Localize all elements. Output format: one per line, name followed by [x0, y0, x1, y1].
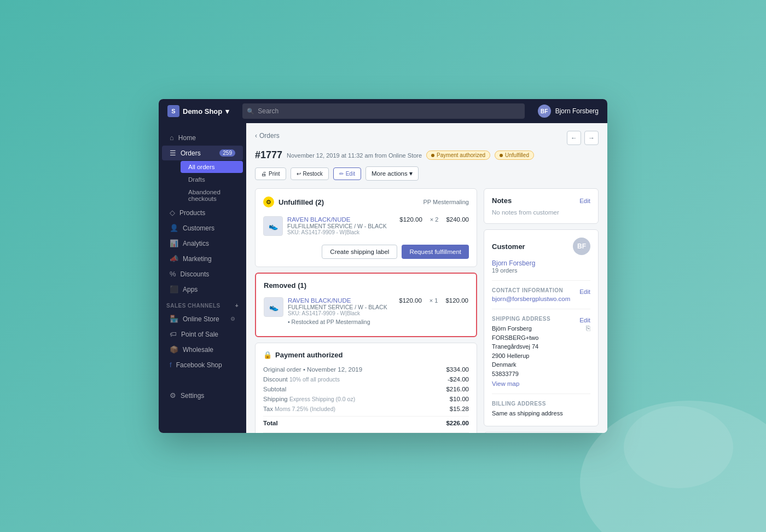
- sidebar-item-apps[interactable]: ⬛ Apps: [162, 282, 243, 297]
- customer-avatar-initials: BF: [577, 242, 586, 250]
- orders-submenu: All orders Drafts Abandoned checkouts: [159, 161, 246, 205]
- sidebar-item-online-store[interactable]: 🏪 Online Store ⚙: [162, 311, 243, 326]
- search-icon: 🔍: [247, 108, 254, 115]
- removed-qty: × 1: [430, 297, 438, 304]
- online-store-icon: 🏪: [170, 315, 178, 323]
- sidebar-item-analytics[interactable]: 📊 Analytics: [162, 236, 243, 251]
- shop-icon: S: [167, 105, 179, 117]
- order-date: November 12, 2019 at 11:32 am from Onlin…: [287, 152, 422, 159]
- shipping-section-title: SHIPPING ADDRESS: [492, 316, 550, 322]
- shop-name-label: Demo Shop: [183, 107, 222, 115]
- unfulfilled-total: $240.00: [446, 216, 469, 223]
- bg-decoration-2: [624, 406, 733, 488]
- discount-label: Discount 10% off all products: [263, 376, 340, 383]
- next-order-button[interactable]: →: [584, 131, 599, 145]
- shipping-label: Shipping Express Shipping (0.0 oz): [263, 396, 355, 402]
- total-label: Total: [263, 420, 278, 426]
- add-channel-icon[interactable]: +: [235, 303, 239, 309]
- abandoned-label: Abandoned checkouts: [188, 189, 220, 202]
- shop-selector[interactable]: S Demo Shop ▾: [167, 105, 229, 117]
- sidebar-item-wholesale[interactable]: 📦 Wholesale: [162, 342, 243, 357]
- removed-price-col: $120.00 × 1 $120.00: [399, 297, 468, 304]
- facebook-label: Facebook Shop: [176, 361, 222, 369]
- sidebar-item-drafts[interactable]: Drafts: [181, 174, 243, 186]
- unfulfilled-product-name[interactable]: RAVEN BLACK/NUDE: [287, 216, 395, 223]
- content-inner: ‹ Orders ← → #1777 November 12, 2019 at …: [246, 123, 607, 433]
- view-map-link[interactable]: View map: [492, 380, 590, 387]
- print-button[interactable]: 🖨 Print: [255, 167, 286, 180]
- payment-total-row: Total $226.00: [263, 416, 469, 428]
- payment-shipping-row: Shipping Express Shipping (0.0 oz) $10.0…: [263, 394, 469, 404]
- unfulfilled-title: Unfulfilled (2): [278, 198, 324, 206]
- products-label: Products: [179, 209, 205, 217]
- contact-edit-link[interactable]: Edit: [579, 288, 590, 295]
- analytics-icon: 📊: [170, 239, 178, 247]
- create-shipping-label-button[interactable]: Create shipping label: [322, 245, 397, 259]
- drafts-label: Drafts: [188, 176, 205, 183]
- unfulfilled-unit-price: $120.00: [399, 216, 422, 223]
- payment-icon: 🔒: [263, 351, 272, 359]
- fulfillment-actions: Create shipping label Request fulfillmen…: [263, 245, 469, 259]
- edit-label: Edit: [346, 171, 355, 177]
- sidebar-item-products[interactable]: ◇ Products: [162, 205, 243, 220]
- payment-status-badge: Payment authorized: [426, 151, 490, 160]
- side-column: Notes Edit No notes from customer Custom…: [484, 188, 599, 433]
- breadcrumb-parent-link[interactable]: Orders: [259, 132, 280, 140]
- billing-section-title: BILLING ADDRESS: [492, 401, 590, 407]
- removed-unit-price: $120.00: [399, 297, 422, 304]
- online-store-settings-icon[interactable]: ⚙: [230, 316, 235, 322]
- user-name: Bjorn Forsberg: [555, 107, 599, 115]
- address-line2: Tranegårdsvej 74: [492, 343, 538, 350]
- sidebar-item-marketing[interactable]: 📣 Marketing: [162, 251, 243, 266]
- sidebar-item-pos[interactable]: 🏷 Point of Sale: [162, 327, 243, 342]
- removed-product-name[interactable]: RAVEN BLACK/NUDE: [288, 297, 394, 304]
- shipping-address-text: Björn Forsberg FORSBERG+two Tranegårdsve…: [492, 324, 538, 378]
- payment-dot: [431, 154, 434, 157]
- sidebar-item-customers[interactable]: 👤 Customers: [162, 221, 243, 235]
- notes-edit-link[interactable]: Edit: [579, 198, 590, 204]
- tax-amount: $15.28: [450, 406, 469, 412]
- apps-label: Apps: [183, 286, 198, 293]
- removed-product-sku: SKU: AS1417-9909 - W|Black: [288, 310, 394, 316]
- unfulfilled-title-row: ⚙ Unfulfilled (2): [263, 196, 324, 207]
- search-input[interactable]: [242, 103, 524, 119]
- request-fulfillment-button[interactable]: Request fulfillment: [402, 245, 469, 259]
- sidebar-item-facebook[interactable]: f Facebook Shop: [162, 357, 243, 372]
- discount-amount: -$24.00: [448, 376, 469, 383]
- orders-icon: ☰: [170, 149, 176, 157]
- removed-product-info: RAVEN BLACK/NUDE FULFILLMENT SERVICE / W…: [288, 297, 394, 325]
- original-amount: $334.00: [446, 366, 469, 373]
- edit-button[interactable]: ✏ Edit: [333, 167, 361, 180]
- sidebar-item-discounts[interactable]: % Discounts: [162, 267, 243, 281]
- original-date: • November 12, 2019: [303, 366, 362, 373]
- products-icon: ◇: [170, 209, 175, 217]
- tax-detail: Moms 7.25% (Included): [275, 406, 335, 412]
- copy-address-icon[interactable]: ⎘: [586, 324, 590, 332]
- fulfillment-status-badge: Unfulfilled: [495, 151, 534, 160]
- shipping-edit-link[interactable]: Edit: [579, 317, 590, 323]
- customers-icon: 👤: [170, 224, 178, 232]
- shipping-address-header: SHIPPING ADDRESS Edit: [492, 316, 590, 324]
- unfulfilled-qty: × 2: [430, 216, 439, 223]
- sidebar-item-orders[interactable]: ☰ Orders 259: [162, 146, 243, 160]
- unfulfilled-price-col: $120.00 × 2 $240.00: [399, 216, 469, 223]
- removed-title: Removed (1): [264, 281, 468, 290]
- prev-order-button[interactable]: ←: [567, 131, 581, 145]
- sidebar-item-home[interactable]: ⌂ Home: [162, 130, 243, 145]
- payment-discount-row: Discount 10% off all products -$24.00: [263, 374, 469, 384]
- discount-detail: 10% off all products: [289, 376, 340, 383]
- restock-button[interactable]: ↩ Restock: [291, 167, 329, 180]
- sidebar-item-settings[interactable]: ⚙ Settings: [162, 388, 243, 403]
- sidebar-item-abandoned[interactable]: Abandoned checkouts: [181, 186, 243, 205]
- unfulfilled-product-variant: FULFILLMENT SERVICE / W - BLACK: [287, 223, 395, 229]
- customer-name-link[interactable]: Bjorn Forsberg: [492, 259, 590, 267]
- sidebar-item-all-orders[interactable]: All orders: [181, 161, 243, 173]
- customer-email[interactable]: bjorn@forsbergplustwo.com: [492, 296, 590, 302]
- sidebar-bottom: ⚙ Settings: [159, 383, 246, 403]
- address-phone: 53833779: [492, 371, 519, 377]
- more-actions-button[interactable]: More actions ▾: [365, 166, 419, 181]
- divider-1: [492, 280, 590, 281]
- removed-total: $120.00: [445, 297, 468, 304]
- home-icon: ⌂: [170, 134, 174, 142]
- user-info: BF Bjorn Forsberg: [538, 105, 599, 118]
